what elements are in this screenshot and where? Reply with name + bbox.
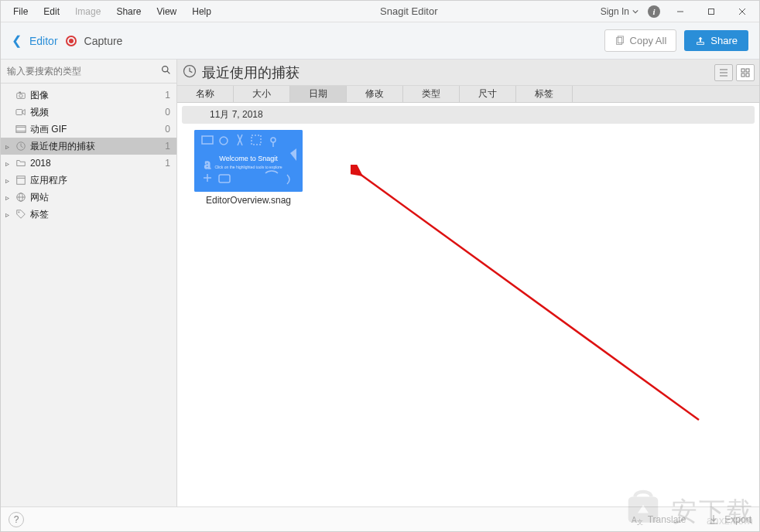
copy-all-button[interactable]: Copy All bbox=[604, 29, 677, 52]
statusbar: ? A文 Translate Export bbox=[1, 506, 759, 531]
svg-text:Click on the highlighted tools: Click on the highlighted tools to explor… bbox=[215, 165, 282, 169]
sidebar-item-label: 应用程序 bbox=[30, 174, 170, 187]
back-chevron-icon[interactable]: ❮ bbox=[12, 33, 22, 48]
sort-tab-3[interactable]: 修改 bbox=[347, 86, 403, 102]
svg-text:A: A bbox=[632, 516, 637, 524]
thumbnail-image: aWelcome to SnagitClick on the highlight… bbox=[194, 130, 303, 192]
svg-line-8 bbox=[167, 71, 169, 73]
expand-arrow-icon: ▹ bbox=[5, 142, 15, 151]
sidebar-item-2[interactable]: 动画 GIF0 bbox=[1, 121, 176, 138]
maximize-button[interactable] bbox=[700, 4, 722, 19]
capture-link[interactable]: Capture bbox=[84, 35, 123, 47]
camera-icon bbox=[15, 90, 27, 101]
list-view-button[interactable] bbox=[714, 64, 733, 81]
app-icon bbox=[15, 175, 27, 186]
svg-rect-17 bbox=[17, 176, 26, 185]
sidebar-item-0[interactable]: 图像1 bbox=[1, 87, 176, 104]
content: 最近使用的捕获 名称大小日期修改类型尺寸标签 11月 7, 2018 aWelc… bbox=[177, 60, 759, 506]
menu-view[interactable]: View bbox=[150, 3, 183, 20]
sidebar-item-count: 1 bbox=[165, 158, 170, 169]
svg-rect-6 bbox=[697, 42, 704, 44]
menu-image[interactable]: Image bbox=[69, 3, 107, 20]
editor-link[interactable]: Editor bbox=[29, 35, 58, 47]
search-icon[interactable] bbox=[159, 65, 172, 77]
menu-file[interactable]: File bbox=[7, 3, 34, 20]
svg-point-7 bbox=[162, 66, 167, 72]
tag-icon bbox=[15, 209, 27, 220]
menu-help[interactable]: Help bbox=[186, 3, 217, 20]
sidebar-item-count: 1 bbox=[165, 141, 170, 152]
svg-text:a: a bbox=[204, 156, 211, 172]
sidebar-item-1[interactable]: 视频0 bbox=[1, 104, 176, 121]
sort-tabs: 名称大小日期修改类型尺寸标签 bbox=[177, 86, 759, 103]
search-input[interactable] bbox=[5, 63, 159, 80]
gif-icon bbox=[15, 124, 27, 135]
clock-icon bbox=[182, 63, 197, 81]
sidebar-item-label: 网站 bbox=[30, 191, 170, 204]
svg-rect-30 bbox=[746, 73, 749, 77]
help-button[interactable]: ? bbox=[9, 512, 24, 527]
close-button[interactable] bbox=[731, 4, 753, 19]
copy-all-label: Copy All bbox=[630, 35, 667, 46]
menu-edit[interactable]: Edit bbox=[37, 3, 66, 20]
sidebar-item-6[interactable]: ▹网站 bbox=[1, 189, 176, 206]
content-header: 最近使用的捕获 bbox=[177, 60, 759, 86]
toolbar: ❮ Editor Capture Copy All Share bbox=[1, 22, 759, 60]
svg-rect-27 bbox=[741, 69, 745, 72]
info-icon[interactable]: i bbox=[648, 5, 660, 18]
search-row bbox=[1, 60, 176, 84]
sidebar-item-4[interactable]: ▹20181 bbox=[1, 155, 176, 172]
sidebar-tree: 图像1视频0动画 GIF0▹最近使用的捕获1▹20181▹应用程序▹网站▹标签 bbox=[1, 84, 176, 226]
thumbnail-label: EditorOverview.snag bbox=[206, 195, 291, 206]
thumbnail-grid: aWelcome to SnagitClick on the highlight… bbox=[182, 130, 755, 206]
view-toggles bbox=[714, 64, 755, 81]
sidebar-item-count: 0 bbox=[165, 124, 170, 135]
minimize-button[interactable] bbox=[669, 4, 691, 19]
globe-icon bbox=[15, 192, 27, 203]
translate-icon: A文 bbox=[631, 513, 643, 526]
svg-text:Welcome to Snagit: Welcome to Snagit bbox=[219, 155, 278, 162]
share-button[interactable]: Share bbox=[684, 30, 748, 51]
sidebar-item-5[interactable]: ▹应用程序 bbox=[1, 172, 176, 189]
signin-label: Sign In bbox=[601, 6, 629, 17]
sort-tab-5[interactable]: 尺寸 bbox=[460, 86, 516, 102]
sidebar-item-7[interactable]: ▹标签 bbox=[1, 206, 176, 223]
expand-arrow-icon: ▹ bbox=[5, 193, 15, 202]
grid-view-button[interactable] bbox=[736, 64, 755, 81]
content-title: 最近使用的捕获 bbox=[202, 63, 714, 82]
expand-arrow-icon: ▹ bbox=[5, 176, 15, 185]
menubar-right: Sign In i bbox=[601, 4, 753, 19]
sort-tab-6[interactable]: 标签 bbox=[516, 86, 573, 102]
svg-rect-1 bbox=[709, 9, 714, 14]
clock-icon bbox=[15, 141, 27, 152]
main-area: 图像1视频0动画 GIF0▹最近使用的捕获1▹20181▹应用程序▹网站▹标签 … bbox=[1, 60, 759, 506]
export-button[interactable]: Export bbox=[707, 513, 751, 526]
svg-rect-12 bbox=[16, 110, 22, 115]
sort-tab-1[interactable]: 大小 bbox=[234, 86, 290, 102]
sidebar-item-count: 0 bbox=[165, 107, 170, 118]
sidebar-item-label: 2018 bbox=[30, 158, 165, 169]
sidebar-item-3[interactable]: ▹最近使用的捕获1 bbox=[1, 138, 176, 155]
video-icon bbox=[15, 107, 27, 118]
translate-button[interactable]: A文 Translate bbox=[631, 513, 686, 526]
thumbnail-item[interactable]: aWelcome to SnagitClick on the highlight… bbox=[194, 130, 303, 206]
expand-arrow-icon: ▹ bbox=[5, 159, 15, 168]
sidebar-item-label: 标签 bbox=[30, 208, 170, 221]
record-icon bbox=[66, 36, 77, 46]
sort-tab-4[interactable]: 类型 bbox=[403, 86, 460, 102]
sidebar-item-label: 图像 bbox=[30, 89, 165, 102]
share-icon bbox=[695, 36, 706, 46]
sidebar-item-count: 1 bbox=[165, 90, 170, 101]
share-label: Share bbox=[710, 35, 738, 46]
sidebar-item-label: 动画 GIF bbox=[30, 123, 165, 136]
translate-label: Translate bbox=[648, 514, 686, 525]
svg-rect-28 bbox=[746, 69, 749, 72]
menubar-items: FileEditImageShareViewHelp bbox=[7, 3, 217, 20]
menubar: FileEditImageShareViewHelp Snagit Editor… bbox=[1, 1, 759, 22]
sort-tab-0[interactable]: 名称 bbox=[177, 86, 234, 102]
signin-link[interactable]: Sign In bbox=[601, 6, 638, 17]
sort-tab-2[interactable]: 日期 bbox=[290, 86, 347, 102]
svg-rect-11 bbox=[19, 92, 21, 94]
menu-share[interactable]: Share bbox=[110, 3, 147, 20]
export-icon bbox=[707, 513, 720, 526]
